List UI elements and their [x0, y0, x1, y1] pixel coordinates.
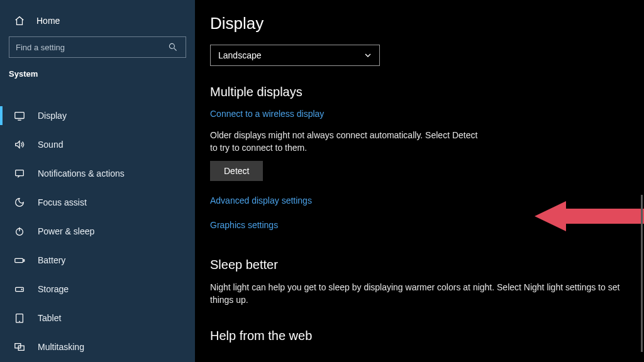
sidebar-item-battery[interactable]: Battery — [0, 246, 195, 275]
search-input[interactable] — [16, 43, 179, 52]
svg-rect-1 — [15, 112, 24, 119]
help-from-web-heading: Help from the web — [210, 329, 644, 343]
sidebar-item-label: Sound — [38, 140, 63, 150]
sidebar-section-label: System — [0, 69, 195, 85]
search-input-container[interactable] — [9, 36, 186, 58]
power-icon — [14, 226, 25, 237]
sleep-better-description: Night light can help you get to sleep by… — [210, 281, 625, 307]
focus-assist-icon — [14, 197, 25, 208]
detect-button[interactable]: Detect — [210, 161, 263, 181]
chevron-down-icon — [364, 52, 372, 59]
svg-rect-4 — [15, 258, 23, 262]
sidebar-item-label: Display — [38, 111, 67, 121]
advanced-display-settings-link[interactable]: Advanced display settings — [210, 195, 312, 206]
sidebar-item-notifications[interactable]: Notifications & actions — [0, 159, 195, 188]
sidebar-item-multitasking[interactable]: Multitasking — [0, 332, 195, 361]
detect-description: Older displays might not always connect … — [210, 129, 480, 155]
page-title: Display — [210, 14, 644, 33]
svg-rect-5 — [23, 260, 25, 261]
sidebar-nav: Display Sound Notifications & actions Fo… — [0, 101, 195, 361]
orientation-select-value: Landscape — [218, 50, 262, 60]
sidebar-item-label: Battery — [38, 255, 65, 265]
battery-icon — [14, 255, 25, 266]
display-icon — [14, 110, 25, 121]
svg-point-0 — [169, 43, 174, 48]
sleep-better-heading: Sleep better — [210, 258, 644, 272]
sound-icon — [14, 139, 25, 150]
scrollbar[interactable] — [641, 195, 643, 352]
notifications-icon — [14, 168, 25, 179]
sidebar-item-storage[interactable]: Storage — [0, 275, 195, 304]
sidebar: Home System Display — [0, 0, 195, 362]
sidebar-item-label: Focus assist — [38, 197, 87, 207]
sidebar-item-display[interactable]: Display — [0, 101, 195, 130]
search-wrap — [0, 36, 195, 69]
home-button[interactable]: Home — [0, 11, 195, 36]
sidebar-item-label: Tablet — [38, 313, 61, 323]
sidebar-item-label: Multitasking — [38, 342, 84, 352]
graphics-settings-link[interactable]: Graphics settings — [210, 220, 278, 230]
sidebar-item-label: Notifications & actions — [38, 168, 125, 178]
tablet-icon — [14, 312, 25, 324]
sidebar-item-label: Storage — [38, 284, 69, 294]
sidebar-item-power-sleep[interactable]: Power & sleep — [0, 217, 195, 246]
svg-rect-2 — [16, 170, 24, 176]
spacer — [0, 85, 195, 101]
svg-point-7 — [21, 289, 22, 290]
sidebar-item-sound[interactable]: Sound — [0, 130, 195, 159]
home-icon — [14, 15, 25, 26]
sidebar-item-focus-assist[interactable]: Focus assist — [0, 188, 195, 217]
settings-window: Home System Display — [0, 0, 644, 362]
sidebar-item-label: Power & sleep — [38, 226, 94, 236]
home-label: Home — [36, 16, 60, 26]
storage-icon — [14, 283, 25, 295]
multiple-displays-heading: Multiple displays — [210, 85, 644, 99]
multitasking-icon — [14, 341, 25, 353]
sidebar-item-tablet[interactable]: Tablet — [0, 304, 195, 332]
main-content: Display Landscape Multiple displays Conn… — [195, 0, 644, 362]
search-icon — [168, 42, 178, 52]
orientation-select[interactable]: Landscape — [210, 45, 380, 66]
connect-wireless-display-link[interactable]: Connect to a wireless display — [210, 109, 324, 119]
